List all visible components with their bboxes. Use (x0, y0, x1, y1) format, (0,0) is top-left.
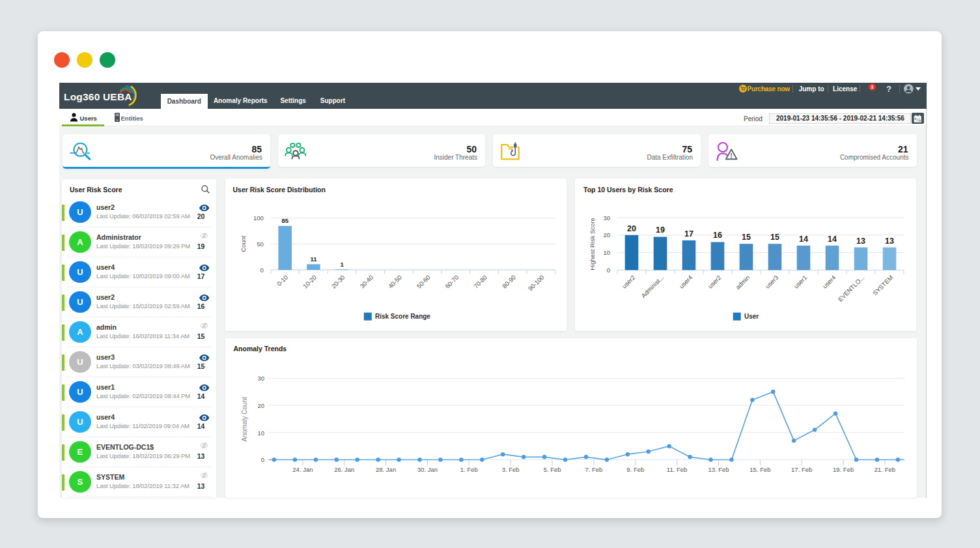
svg-text:1: 1 (340, 261, 344, 268)
svg-text:0: 0 (260, 456, 264, 463)
svg-text:11. Feb: 11. Feb (666, 466, 687, 473)
svg-text:SYSTEM: SYSTEM (871, 274, 894, 296)
svg-text:19: 19 (656, 225, 665, 235)
svg-text:0: 0 (607, 267, 610, 274)
svg-text:40-50: 40-50 (387, 274, 403, 290)
svg-text:1. Feb: 1. Feb (460, 466, 477, 473)
svg-text:Count: Count (240, 235, 247, 252)
svg-text:80-90: 80-90 (501, 274, 517, 290)
svg-text:15: 15 (742, 233, 751, 242)
svg-text:3. Feb: 3. Feb (501, 466, 519, 473)
svg-text:20: 20 (627, 224, 636, 233)
svg-text:30: 30 (257, 375, 264, 382)
svg-text:Anomaly Count: Anomaly Count (241, 397, 248, 442)
svg-text:70-80: 70-80 (472, 274, 488, 290)
svg-text:14: 14 (828, 235, 837, 244)
svg-text:17: 17 (684, 229, 693, 238)
svg-text:Risk Score Range: Risk Score Range (375, 313, 430, 320)
svg-text:10: 10 (603, 249, 610, 256)
svg-text:19. Feb: 19. Feb (832, 466, 853, 473)
svg-text:13. Feb: 13. Feb (708, 466, 729, 473)
svg-text:admin: admin (734, 274, 751, 291)
svg-text:Administ...: Administ... (639, 274, 665, 299)
svg-text:16: 16 (713, 231, 722, 240)
svg-text:0-10: 0-10 (275, 274, 289, 287)
svg-text:user2: user2 (621, 274, 637, 290)
svg-text:30: 30 (603, 214, 610, 222)
svg-text:17. Feb: 17. Feb (791, 466, 812, 473)
svg-text:5. Feb: 5. Feb (543, 466, 561, 473)
svg-text:user4: user4 (821, 274, 837, 290)
svg-text:Highest Risk Score: Highest Risk Score (589, 218, 596, 270)
svg-text:user4: user4 (678, 274, 694, 290)
svg-text:10: 10 (257, 429, 264, 437)
svg-text:9. Feb: 9. Feb (626, 466, 644, 473)
svg-text:20-30: 20-30 (330, 274, 346, 290)
svg-text:28. Jan: 28. Jan (376, 466, 396, 473)
svg-text:user2: user2 (707, 274, 723, 290)
svg-text:0: 0 (260, 267, 264, 274)
svg-text:30. Jan: 30. Jan (417, 466, 437, 473)
svg-text:7. Feb: 7. Feb (585, 466, 602, 473)
svg-text:21. Feb: 21. Feb (874, 466, 895, 473)
svg-text:50: 50 (257, 240, 264, 248)
svg-text:20: 20 (257, 402, 264, 409)
svg-text:user1: user1 (792, 274, 809, 290)
svg-text:60-70: 60-70 (443, 274, 460, 290)
svg-text:30-40: 30-40 (358, 274, 374, 290)
svg-text:26. Jan: 26. Jan (334, 466, 354, 473)
svg-text:User: User (744, 313, 759, 320)
svg-text:EVENTLO...: EVENTLO... (837, 274, 866, 303)
svg-text:13: 13 (856, 237, 865, 246)
svg-text:10-20: 10-20 (301, 274, 318, 290)
svg-text:90-100: 90-100 (527, 274, 546, 293)
svg-text:20: 20 (603, 231, 610, 238)
svg-text:11: 11 (310, 255, 317, 263)
svg-text:15. Feb: 15. Feb (749, 466, 770, 473)
svg-text:50-60: 50-60 (415, 274, 432, 290)
svg-text:100: 100 (253, 214, 264, 222)
svg-text:user3: user3 (764, 274, 780, 290)
svg-text:85: 85 (281, 217, 288, 224)
svg-text:14: 14 (799, 235, 808, 244)
svg-text:15: 15 (770, 233, 779, 242)
svg-text:24. Jan: 24. Jan (292, 466, 313, 473)
svg-text:13: 13 (885, 237, 894, 246)
